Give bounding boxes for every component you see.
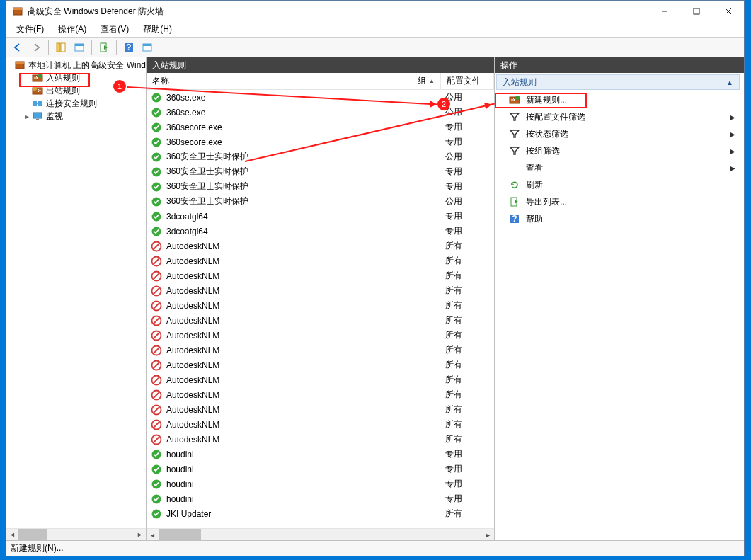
actions-section-header[interactable]: 入站规则 ▲ — [496, 74, 740, 90]
action-refresh[interactable]: 刷新 — [496, 176, 740, 193]
action-new-rule[interactable]: 新建规则... — [496, 91, 740, 108]
filter-icon — [509, 128, 520, 139]
action-filter-profile[interactable]: 按配置文件筛选▶ — [496, 108, 740, 125]
rule-row[interactable]: houdini专用 — [147, 491, 494, 506]
help-button[interactable]: ? — [120, 39, 137, 56]
tree-item-connsec[interactable]: ▸连接安全规则 — [6, 97, 146, 110]
action-help[interactable]: ?帮助 — [496, 210, 740, 227]
menu-file[interactable]: 文件(F) — [11, 22, 50, 37]
rule-profile: 所有 — [445, 508, 494, 520]
rule-row[interactable]: houdini专用 — [147, 476, 494, 491]
svg-point-70 — [515, 96, 520, 100]
allow-icon — [151, 92, 162, 103]
tree-item-outbound[interactable]: ▸出站规则 — [6, 84, 146, 97]
column-header-group[interactable]: 组▲ — [350, 73, 441, 90]
scroll-track[interactable] — [159, 529, 482, 540]
show-tree-button[interactable] — [52, 39, 69, 56]
rule-row[interactable]: 360安全卫士实时保护专用 — [147, 164, 494, 179]
column-header-profile[interactable]: 配置文件 — [441, 73, 494, 90]
allow-icon — [151, 464, 162, 475]
rule-row[interactable]: houdini专用 — [147, 462, 494, 476]
scroll-thumb[interactable] — [159, 529, 201, 540]
rule-profile: 所有 — [445, 418, 494, 430]
rule-row[interactable]: AutodeskNLM所有 — [147, 313, 494, 328]
rule-row[interactable]: AutodeskNLM所有 — [147, 372, 494, 387]
tree-pane: ▸本地计算机 上的高级安全 Wind▸入站规则▸出站规则▸连接安全规则▸监视 ◄… — [6, 57, 147, 540]
rule-row[interactable]: AutodeskNLM所有 — [147, 253, 494, 268]
scroll-left-button[interactable]: ◄ — [6, 529, 18, 541]
scroll-left-button[interactable]: ◄ — [147, 529, 159, 540]
submenu-arrow-icon: ▶ — [730, 130, 735, 138]
rule-row[interactable]: 3dcoatgl64专用 — [147, 224, 494, 239]
scroll-thumb[interactable] — [18, 529, 47, 541]
back-button[interactable] — [9, 39, 26, 56]
tree-hscrollbar[interactable]: ◄ ► — [6, 528, 146, 540]
svg-text:?: ? — [512, 214, 517, 224]
rules-pane-header: 入站规则 — [147, 57, 494, 73]
svg-rect-7 — [61, 43, 65, 52]
menu-action[interactable]: 操作(A) — [52, 22, 92, 37]
tree-root-label: 本地计算机 上的高级安全 Wind — [28, 59, 146, 72]
blank-icon — [509, 162, 520, 173]
rule-profile: 所有 — [445, 255, 494, 267]
rule-row[interactable]: 360se.exe公用 — [147, 90, 494, 105]
export-button[interactable] — [96, 39, 113, 56]
rule-row[interactable]: AutodeskNLM所有 — [147, 343, 494, 358]
new-rule-toolbar-button[interactable] — [139, 39, 156, 56]
rule-row[interactable]: AutodeskNLM所有 — [147, 402, 494, 417]
action-view[interactable]: 查看▶ — [496, 159, 740, 176]
scroll-track[interactable] — [18, 529, 134, 541]
tree-item-monitor[interactable]: ▸监视 — [6, 110, 146, 122]
rule-row[interactable]: 360secore.exe专用 — [147, 135, 494, 149]
rule-row[interactable]: AutodeskNLM所有 — [147, 417, 494, 432]
menu-view[interactable]: 查看(V) — [95, 22, 134, 37]
rule-profile: 公用 — [445, 106, 494, 118]
block-icon — [151, 330, 162, 341]
rule-row[interactable]: AutodeskNLM所有 — [147, 328, 494, 343]
scroll-right-button[interactable]: ► — [482, 529, 494, 540]
rule-row[interactable]: 360secore.exe专用 — [147, 120, 494, 135]
rule-row[interactable]: AutodeskNLM所有 — [147, 432, 494, 447]
block-icon — [151, 300, 162, 312]
close-button[interactable] — [712, 1, 744, 22]
rule-row[interactable]: JKI Updater所有 — [147, 506, 494, 521]
rule-row[interactable]: AutodeskNLM所有 — [147, 358, 494, 372]
rule-row[interactable]: 360安全卫士实时保护专用 — [147, 179, 494, 194]
menu-help[interactable]: 帮助(H) — [137, 22, 178, 37]
action-filter-group[interactable]: 按组筛选▶ — [496, 142, 740, 159]
forward-button[interactable] — [28, 39, 45, 56]
rule-row[interactable]: AutodeskNLM所有 — [147, 283, 494, 298]
action-filter-state[interactable]: 按状态筛选▶ — [496, 125, 740, 142]
expand-icon[interactable]: ▸ — [22, 113, 32, 120]
rule-profile: 专用 — [445, 136, 494, 148]
actions-body: 入站规则 ▲ 新建规则...按配置文件筛选▶按状态筛选▶按组筛选▶查看▶刷新导出… — [495, 73, 744, 540]
allow-icon — [151, 479, 162, 490]
maximize-button[interactable] — [680, 1, 712, 22]
rule-row[interactable]: AutodeskNLM所有 — [147, 239, 494, 253]
rule-row[interactable]: houdini专用 — [147, 447, 494, 462]
rules-hscrollbar[interactable]: ◄ ► — [147, 528, 494, 540]
allow-icon — [151, 181, 162, 193]
rule-row[interactable]: AutodeskNLM所有 — [147, 387, 494, 402]
scroll-right-button[interactable]: ► — [134, 529, 146, 541]
rule-row[interactable]: 360安全卫士实时保护公用 — [147, 149, 494, 164]
tree-item-inbound[interactable]: ▸入站规则 — [6, 72, 146, 84]
block-icon — [151, 419, 162, 430]
minimize-button[interactable] — [648, 1, 680, 22]
action-export-list[interactable]: 导出列表... — [496, 193, 740, 210]
rule-row[interactable]: 360se.exe公用 — [147, 105, 494, 120]
properties-button[interactable] — [71, 39, 88, 56]
rule-row[interactable]: 360安全卫士实时保护公用 — [147, 194, 494, 209]
rule-profile: 公用 — [445, 91, 494, 103]
rule-name: houdini — [166, 479, 355, 489]
rule-row[interactable]: 3dcoatgl64专用 — [147, 209, 494, 224]
list-header: 名称 组▲ 配置文件 — [147, 73, 494, 90]
svg-rect-16 — [16, 62, 24, 64]
tree-item-label: 出站规则 — [46, 85, 80, 97]
rule-profile: 所有 — [445, 344, 494, 356]
rule-row[interactable]: AutodeskNLM所有 — [147, 298, 494, 313]
rule-row[interactable]: AutodeskNLM所有 — [147, 268, 494, 283]
refresh-icon — [509, 179, 520, 190]
tree-root[interactable]: ▸本地计算机 上的高级安全 Wind — [6, 59, 146, 72]
column-header-name[interactable]: 名称 — [147, 73, 350, 90]
